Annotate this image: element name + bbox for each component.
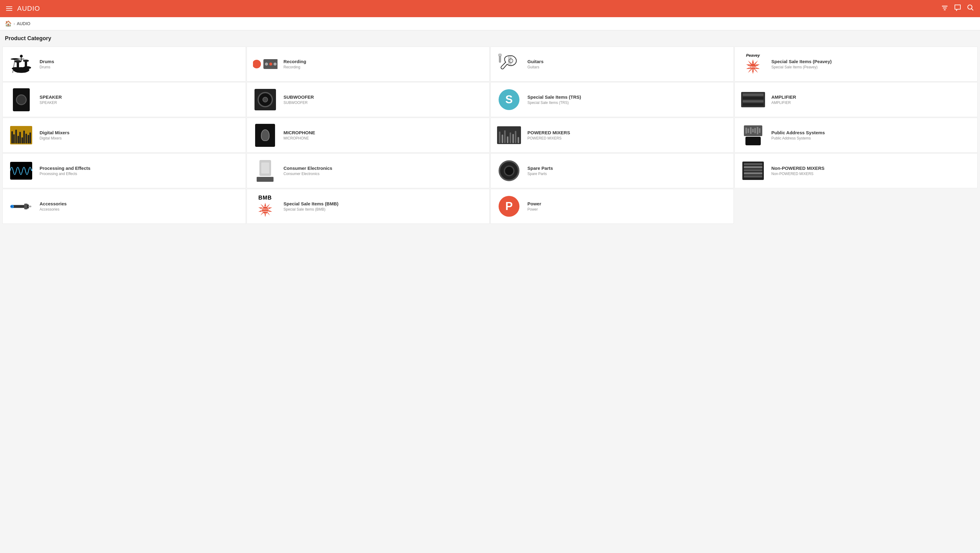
header-icons	[941, 4, 974, 13]
fx-text: Processing and Effects Processing and Ef…	[40, 165, 91, 176]
microphone-image	[253, 123, 277, 148]
trs-image: S	[497, 87, 521, 112]
powered-mixers-image	[497, 123, 521, 148]
category-card-recording[interactable]: Recording Recording	[247, 47, 490, 81]
npm-name: Non-POWERED MIXERS	[772, 165, 824, 171]
category-card-npm[interactable]: Non-POWERED MIXERS Non-POWERED MIXERS	[734, 153, 978, 188]
accessories-image	[9, 194, 33, 219]
bmb-image: BMB SPECIAL OFFER	[253, 194, 277, 219]
amplifier-name: AMPLIFIER	[772, 94, 796, 100]
spare-name: Spare Parts	[527, 165, 553, 171]
svg-rect-32	[10, 205, 13, 207]
svg-point-34	[261, 206, 269, 214]
category-card-drums[interactable]: Drums Drums	[2, 47, 246, 81]
svg-rect-30	[28, 205, 31, 207]
power-name: Power	[527, 201, 541, 206]
category-card-powered-mixers[interactable]: POWERED MIXERS POWERED MIXERS	[490, 118, 734, 153]
ce-name: Consumer Electronics	[284, 165, 332, 171]
microphone-sub: MICROPHONE	[284, 136, 315, 140]
category-card-ce[interactable]: Consumer Electronics Consumer Electronic…	[247, 153, 490, 188]
category-card-power[interactable]: P Power Power	[490, 189, 734, 224]
drums-text: Drums Drums	[40, 59, 54, 69]
svg-line-4	[972, 9, 974, 11]
digital-mixers-image	[9, 123, 33, 148]
category-card-subwoofer[interactable]: SUBWOOFER SUBWOOFER	[247, 82, 490, 117]
category-card-speaker[interactable]: SPEAKER SPEAKER	[2, 82, 246, 117]
microphone-text: MICROPHONE MICROPHONE	[284, 130, 315, 140]
power-sub: Power	[527, 207, 541, 211]
category-card-pa[interactable]: Public Address Systems Public Address Sy…	[734, 118, 978, 153]
npm-sub: Non-POWERED MIXERS	[772, 172, 824, 176]
fx-name: Processing and Effects	[40, 165, 91, 171]
category-card-guitars[interactable]: Guitars Guitars	[490, 47, 734, 81]
category-card-trs[interactable]: S Special Sale Items (TRS) Special Sale …	[490, 82, 734, 117]
filter-icon[interactable]	[941, 5, 948, 12]
category-card-bmb[interactable]: BMB SPECIAL OFFER Special Sale Items (BM…	[247, 189, 490, 224]
amplifier-sub: AMPLIFIER	[772, 100, 796, 105]
recording-text: Recording Recording	[284, 59, 306, 69]
category-card-amplifier[interactable]: AMPLIFIER AMPLIFIER	[734, 82, 978, 117]
svg-text:OFFER: OFFER	[262, 211, 268, 213]
trs-sub: Special Sale Items (TRS)	[527, 100, 581, 105]
svg-text:OFFER: OFFER	[750, 69, 756, 71]
menu-icon[interactable]	[6, 6, 12, 11]
fx-sub: Processing and Effects	[40, 172, 91, 176]
pa-text: Public Address Systems Public Address Sy…	[772, 130, 825, 140]
trs-text: Special Sale Items (TRS) Special Sale It…	[527, 94, 581, 105]
npm-image	[741, 159, 765, 183]
powered-mixers-text: POWERED MIXERS POWERED MIXERS	[527, 130, 570, 140]
recording-image	[253, 52, 277, 76]
npm-text: Non-POWERED MIXERS Non-POWERED MIXERS	[772, 165, 824, 176]
spare-text: Spare Parts Spare Parts	[527, 165, 553, 176]
ce-text: Consumer Electronics Consumer Electronic…	[284, 165, 332, 176]
fx-image	[9, 159, 33, 183]
guitars-image	[497, 52, 521, 76]
accessories-sub: Accessories	[40, 207, 67, 211]
category-card-peavey[interactable]: Peavey SPECIAL OFFER Special Sale Items …	[734, 47, 978, 81]
category-card-digital-mixers[interactable]: Digital Mixers Digital Mixers	[2, 118, 246, 153]
power-text: Power Power	[527, 201, 541, 211]
speaker-text: SPEAKER SPEAKER	[40, 94, 62, 105]
drums-name: Drums	[40, 59, 54, 64]
svg-text:SPECIAL: SPECIAL	[748, 66, 759, 69]
drums-sub: Drums	[40, 65, 54, 69]
header-title: AUDIO	[17, 5, 40, 13]
subwoofer-text: SUBWOOFER SUBWOOFER	[284, 94, 314, 105]
svg-point-14	[20, 54, 22, 57]
ce-sub: Consumer Electronics	[284, 172, 332, 176]
category-card-spare[interactable]: Spare Parts Spare Parts	[490, 153, 734, 188]
guitars-sub: Guitars	[527, 65, 544, 69]
power-image: P	[497, 194, 521, 219]
peavey-image: Peavey SPECIAL OFFER	[741, 52, 765, 76]
rec-dot	[253, 60, 261, 68]
svg-point-11	[23, 59, 29, 62]
category-card-accessories[interactable]: Accessories Accessories	[2, 189, 246, 224]
category-card-microphone[interactable]: MICROPHONE MICROPHONE	[247, 118, 490, 153]
accessories-text: Accessories Accessories	[40, 201, 67, 211]
bmb-name: Special Sale Items (BMB)	[284, 201, 339, 206]
category-grid: Drums Drums Recording Recording	[0, 44, 980, 226]
powered-mixers-sub: POWERED MIXERS	[527, 136, 570, 140]
breadcrumb-current: AUDIO	[17, 21, 30, 26]
speaker-image	[9, 87, 33, 112]
category-card-fx[interactable]: Processing and Effects Processing and Ef…	[2, 153, 246, 188]
svg-rect-22	[498, 54, 501, 56]
svg-point-3	[968, 5, 972, 9]
ce-image	[253, 159, 277, 183]
svg-text:SPECIAL: SPECIAL	[261, 208, 269, 210]
home-icon[interactable]: 🏠	[5, 20, 12, 27]
chat-icon[interactable]	[954, 4, 961, 13]
subwoofer-name: SUBWOOFER	[284, 94, 314, 100]
subwoofer-sub: SUBWOOFER	[284, 100, 314, 105]
spare-sub: Spare Parts	[527, 172, 553, 176]
search-icon[interactable]	[967, 4, 974, 13]
pa-image	[741, 123, 765, 148]
accessories-name: Accessories	[40, 201, 67, 206]
header-left: AUDIO	[6, 5, 40, 13]
breadcrumb-separator: ›	[13, 21, 15, 26]
digital-mixers-name: Digital Mixers	[40, 130, 70, 135]
bmb-text: Special Sale Items (BMB) Special Sale It…	[284, 201, 339, 211]
recording-sub: Recording	[284, 65, 306, 69]
speaker-sub: SPEAKER	[40, 100, 62, 105]
speaker-name: SPEAKER	[40, 94, 62, 100]
